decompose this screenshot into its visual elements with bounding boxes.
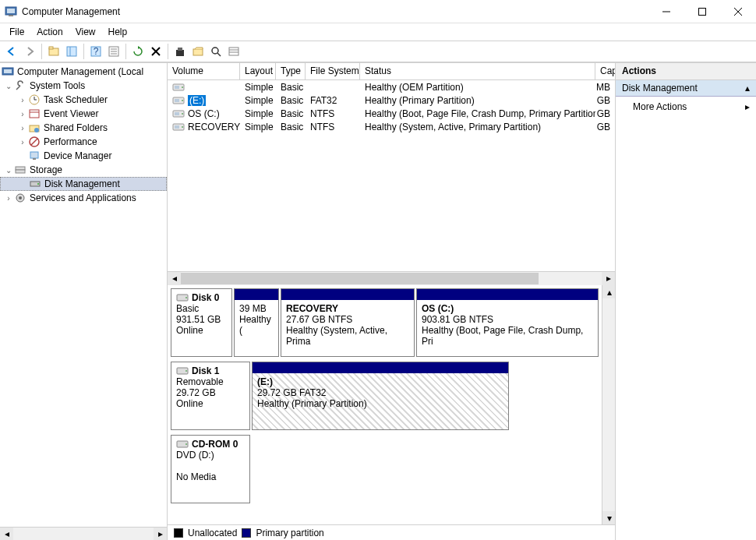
volume-row[interactable]: (E:)SimpleBasicFAT32Healthy (Primary Par… (168, 94, 615, 107)
svg-point-59 (185, 297, 187, 298)
disk-partitions: 39 MBHealthy (RECOVERY27.67 GB NTFSHealt… (234, 288, 599, 357)
minimize-button[interactable] (648, 0, 684, 23)
svg-rect-56 (175, 125, 179, 129)
back-button[interactable] (3, 43, 20, 60)
show-hide-tree-button[interactable] (63, 43, 80, 60)
forward-button[interactable] (21, 43, 38, 60)
partition-size: 903.81 GB NTFS (422, 314, 593, 325)
volume-row[interactable]: SimpleBasicHealthy (OEM Partition)39 MB (168, 80, 615, 94)
svg-point-61 (185, 370, 187, 372)
col-status[interactable]: Status (360, 63, 595, 79)
scroll-down-icon[interactable]: ▾ (602, 511, 615, 524)
collapse-icon[interactable]: ⌄ (3, 164, 14, 175)
tree-label: Disk Management (44, 178, 120, 189)
disk-partitions: (E:)29.72 GB FAT32Healthy (Primary Parti… (252, 362, 599, 430)
tree-label: Computer Management (Local (17, 66, 143, 77)
svg-point-54 (182, 113, 183, 115)
disk-partition[interactable]: RECOVERY27.67 GB NTFSHealthy (System, Ac… (281, 288, 415, 357)
open-button[interactable] (189, 43, 207, 60)
expand-icon[interactable]: › (17, 94, 28, 105)
expand-icon[interactable]: › (17, 122, 28, 133)
partition-bar (235, 289, 278, 300)
volume-layout: Simple (240, 108, 276, 119)
svg-rect-2 (9, 15, 13, 16)
actions-more[interactable]: More Actions ▸ (616, 97, 756, 117)
col-type[interactable]: Type (276, 63, 306, 79)
tree-content[interactable]: Computer Management (Local ⌄ System Tool… (0, 63, 167, 527)
disk-vscroll[interactable]: ▴ ▾ (602, 285, 615, 524)
volume-type: Basic (276, 82, 306, 93)
find-button[interactable] (207, 43, 224, 60)
disk-partition[interactable]: 39 MBHealthy ( (234, 288, 279, 357)
disk-icon (176, 439, 189, 449)
volume-row[interactable]: OS (C:)SimpleBasicNTFSHealthy (Boot, Pag… (168, 107, 615, 120)
tree-task-scheduler[interactable]: › Task Scheduler (0, 93, 167, 107)
svg-point-63 (185, 443, 187, 445)
titlebar: Computer Management (0, 0, 756, 23)
tree-event-viewer[interactable]: › Event Viewer (0, 107, 167, 121)
help-button[interactable]: ? (87, 43, 104, 60)
scroll-left-icon[interactable]: ◂ (0, 528, 13, 541)
scroll-thumb[interactable] (181, 273, 539, 284)
disk-size: 931.51 GB (176, 314, 227, 325)
disk-info[interactable]: CD-ROM 0DVD (D:)No Media (171, 435, 250, 503)
delete-button[interactable] (147, 43, 164, 60)
disk-icon (176, 366, 189, 376)
disk-partition[interactable]: (E:)29.72 GB FAT32Healthy (Primary Parti… (252, 362, 509, 430)
expand-icon[interactable]: › (17, 108, 28, 119)
expand-icon[interactable]: › (3, 192, 14, 203)
menu-help[interactable]: Help (102, 25, 134, 39)
tree-hscroll[interactable]: ◂ ▸ (0, 527, 167, 540)
disk-title: CD-ROM 0 (176, 439, 245, 450)
volume-capacity: 27.67 GB (595, 122, 615, 132)
menubar: File Action View Help (0, 23, 756, 41)
col-layout[interactable]: Layout (240, 63, 276, 79)
actions-pane: Actions Disk Management ▴ More Actions ▸ (616, 63, 756, 540)
scroll-left-icon[interactable]: ◂ (168, 272, 181, 285)
scroll-up-icon[interactable]: ▴ (602, 285, 615, 298)
col-capacity[interactable]: Capacit (595, 63, 615, 79)
expand-icon[interactable]: › (17, 136, 28, 147)
scroll-track[interactable] (181, 272, 602, 285)
disk-icon (176, 293, 189, 302)
tree-shared-folders[interactable]: › Shared Folders (0, 121, 167, 135)
menu-file[interactable]: File (3, 25, 30, 39)
tree-services[interactable]: › Services and Applications (0, 191, 167, 205)
disk-info[interactable]: Disk 0Basic931.51 GBOnline (171, 288, 232, 357)
properties-button[interactable] (105, 43, 122, 60)
volume-hscroll[interactable]: ◂ ▸ (168, 271, 615, 284)
svg-rect-38 (30, 152, 38, 158)
refresh-button[interactable] (129, 43, 147, 60)
volume-rows[interactable]: SimpleBasicHealthy (OEM Partition)39 MB(… (168, 80, 615, 271)
tree-storage[interactable]: ⌄ Storage (0, 163, 167, 177)
partition-name: RECOVERY (286, 303, 409, 314)
menu-action[interactable]: Action (30, 25, 69, 39)
settings-button[interactable] (171, 43, 189, 60)
col-volume[interactable]: Volume (168, 63, 240, 79)
col-fs[interactable]: File System (306, 63, 360, 79)
up-button[interactable] (45, 43, 62, 60)
menu-view[interactable]: View (69, 25, 102, 39)
disk-map-body[interactable]: Disk 0Basic931.51 GBOnline39 MBHealthy (… (168, 285, 602, 524)
perf-icon (28, 136, 41, 148)
maximize-button[interactable] (684, 0, 720, 23)
close-button[interactable] (720, 0, 756, 23)
disk-row: Disk 0Basic931.51 GBOnline39 MBHealthy (… (171, 288, 599, 357)
svg-point-48 (182, 86, 183, 88)
disk-partition[interactable]: OS (C:)903.81 GB NTFSHealthy (Boot, Page… (416, 288, 599, 357)
tree-device-manager[interactable]: Device Manager (0, 149, 167, 163)
tree-disk-management[interactable]: Disk Management (0, 177, 167, 191)
scroll-right-icon[interactable]: ▸ (154, 528, 167, 541)
app-icon (5, 5, 17, 18)
disk-info[interactable]: Disk 1Removable29.72 GBOnline (171, 362, 250, 430)
tree-system-tools[interactable]: ⌄ System Tools (0, 79, 167, 93)
scroll-right-icon[interactable]: ▸ (602, 272, 615, 285)
volume-row[interactable]: RECOVERYSimpleBasicNTFSHealthy (System, … (168, 120, 615, 133)
services-icon (14, 192, 26, 204)
tree-root[interactable]: Computer Management (Local (0, 65, 167, 79)
tree-performance[interactable]: › Performance (0, 135, 167, 149)
actions-section[interactable]: Disk Management ▴ (616, 80, 756, 97)
event-icon (28, 108, 41, 120)
list-button[interactable] (225, 43, 242, 60)
collapse-icon[interactable]: ⌄ (3, 80, 14, 91)
